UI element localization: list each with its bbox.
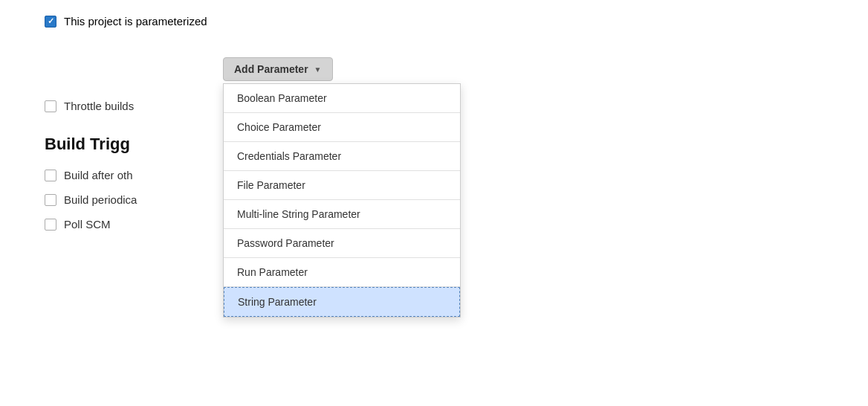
dropdown-arrow-icon: ▼ [314,65,322,74]
dropdown-item-string[interactable]: String Parameter [224,287,460,317]
trigger-label-2: Poll SCM [64,218,111,231]
dropdown-item-multiline[interactable]: Multi-line String Parameter [224,200,460,228]
dropdown-item-choice[interactable]: Choice Parameter [224,113,460,141]
add-param-row: Add Parameter ▼ [45,57,868,81]
parameterized-checkbox[interactable] [45,16,56,28]
trigger-checkbox-1[interactable] [45,194,56,206]
parameterized-label: This project is parameterized [64,15,207,28]
trigger-checkbox-2[interactable] [45,219,56,231]
page-container: This project is parameterized Add Parame… [0,0,868,406]
parameterized-row: This project is parameterized [45,15,868,42]
dropdown-item-password[interactable]: Password Parameter [224,229,460,257]
throttle-checkbox[interactable] [45,100,56,112]
parameterized-checkbox-label[interactable]: This project is parameterized [45,15,207,28]
dropdown-item-credentials[interactable]: Credentials Parameter [224,142,460,170]
dropdown-item-boolean[interactable]: Boolean Parameter [224,84,460,112]
trigger-checkbox-0[interactable] [45,170,56,181]
add-parameter-dropdown: Boolean Parameter Choice Parameter Crede… [223,83,461,318]
add-parameter-button[interactable]: Add Parameter ▼ [223,57,333,81]
dropdown-item-file[interactable]: File Parameter [224,171,460,199]
trigger-label-1: Build periodica [64,193,137,206]
dropdown-item-run[interactable]: Run Parameter [224,258,460,286]
throttle-label: Throttle builds [64,100,134,112]
add-parameter-label: Add Parameter [234,63,308,75]
trigger-label-0: Build after oth [64,169,133,181]
